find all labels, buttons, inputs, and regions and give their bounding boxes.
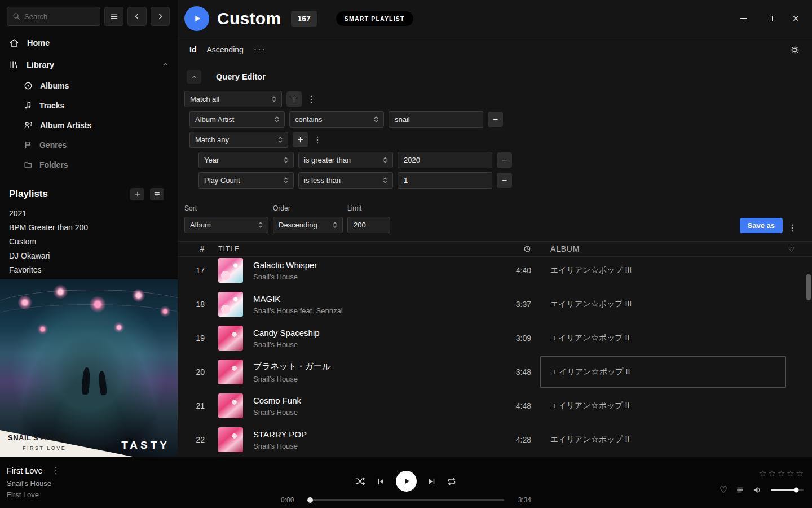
rule-value-input[interactable] xyxy=(389,111,483,128)
remove-rule-button[interactable]: − xyxy=(488,112,503,127)
menu-button[interactable] xyxy=(104,7,123,26)
column-header-album[interactable]: ALBUM xyxy=(540,244,786,253)
track-artist: Snail's House xyxy=(253,408,509,417)
maximize-button[interactable] xyxy=(766,15,774,23)
star-icon[interactable]: ☆ xyxy=(759,468,766,479)
play-pause-button[interactable] xyxy=(396,471,417,492)
nav-forward-button[interactable] xyxy=(151,7,170,26)
playlist-item[interactable]: DJ Okawari xyxy=(0,248,178,262)
track-album-cell[interactable]: エイリアン☆ポップ III xyxy=(540,265,786,275)
search-box[interactable] xyxy=(7,7,100,26)
remove-rule-button[interactable]: − xyxy=(497,173,512,188)
sidebar-item-genres[interactable]: Genres xyxy=(0,135,178,155)
playlist-list-button[interactable] xyxy=(150,188,164,200)
track-album-cell[interactable]: エイリアン☆ポップ II xyxy=(540,333,786,343)
playlist-item[interactable]: Custom xyxy=(0,234,178,248)
track-album-cell[interactable]: エイリアン☆ポップ II xyxy=(540,356,786,388)
sidebar-item-home[interactable]: Home xyxy=(0,32,178,54)
figure-silhouette xyxy=(81,367,90,395)
group-match-mode-select[interactable]: Match any xyxy=(189,132,288,148)
rule-value-input[interactable] xyxy=(398,172,492,189)
track-title: STARRY POP xyxy=(253,430,509,439)
track-duration: 4:48 xyxy=(509,401,540,410)
rule-operator-select[interactable]: contains xyxy=(289,111,384,128)
playlist-item[interactable]: 2021 xyxy=(0,206,178,220)
playlist-item[interactable]: Favorites xyxy=(0,262,178,277)
sort-direction-button[interactable]: Ascending xyxy=(206,45,243,54)
sidebar-toolbar xyxy=(0,0,178,32)
limit-label: Limit xyxy=(347,204,390,212)
search-input[interactable] xyxy=(24,12,95,21)
settings-button[interactable] xyxy=(790,45,800,55)
favorite-button[interactable]: ♡ xyxy=(720,484,727,495)
seek-bar[interactable] xyxy=(308,499,504,501)
close-button[interactable]: × xyxy=(792,15,800,23)
star-icon[interactable]: ☆ xyxy=(796,468,804,479)
collapse-query-editor-button[interactable] xyxy=(187,70,201,84)
rule-value-input[interactable] xyxy=(398,152,492,168)
track-album-cell[interactable]: エイリアン☆ポップ II xyxy=(540,435,786,445)
rule-group-menu-button[interactable]: ⋮ xyxy=(306,94,316,104)
save-menu-button[interactable]: ⋮ xyxy=(787,222,797,233)
group-menu-button[interactable]: ⋮ xyxy=(312,134,323,145)
sort-field-button[interactable]: Id xyxy=(189,45,196,54)
add-playlist-button[interactable] xyxy=(130,188,144,200)
track-number: 19 xyxy=(178,334,205,343)
sidebar-item-album-artists[interactable]: Album Artists xyxy=(0,115,178,135)
column-header-duration[interactable] xyxy=(509,245,540,253)
remove-rule-button[interactable]: − xyxy=(497,152,512,168)
next-track-button[interactable] xyxy=(427,478,436,485)
track-album-cell[interactable]: エイリアン☆ポップ III xyxy=(540,299,786,309)
play-playlist-button[interactable] xyxy=(184,6,209,31)
add-rule-button[interactable] xyxy=(286,91,302,107)
rule-field-select[interactable]: Album Artist xyxy=(189,111,285,128)
table-row[interactable]: 19 Candy Spaceship Snail's House 3:09 エイ… xyxy=(178,321,812,355)
volume-button[interactable] xyxy=(753,486,762,494)
chevron-left-icon xyxy=(133,12,141,20)
column-header-title[interactable]: TITLE xyxy=(218,245,509,253)
more-options-button[interactable]: ··· xyxy=(254,45,266,55)
query-order-select[interactable]: Descending xyxy=(273,217,343,233)
repeat-button[interactable] xyxy=(447,478,457,485)
star-icon[interactable]: ☆ xyxy=(768,468,775,479)
playlist-item[interactable]: BPM Greater than 200 xyxy=(0,220,178,234)
rule-operator-select[interactable]: is less than xyxy=(298,172,393,189)
rule-operator-select[interactable]: is greater than xyxy=(298,152,393,168)
rule-field-select[interactable]: Year xyxy=(198,152,294,168)
save-as-button[interactable]: Save as xyxy=(740,218,783,233)
table-row[interactable]: 22 STARRY POP Snail's House 4:28 エイリアン☆ポ… xyxy=(178,423,812,457)
seek-handle[interactable] xyxy=(307,497,313,503)
sidebar-item-tracks[interactable]: Tracks xyxy=(0,95,178,115)
sidebar-item-folders[interactable]: Folders xyxy=(0,155,178,174)
table-row[interactable]: 18 MAGIK Snail's House feat. Sennzai 3:3… xyxy=(178,287,812,321)
volume-slider[interactable] xyxy=(771,489,804,491)
now-playing-menu-button[interactable]: ⋮ xyxy=(52,466,60,476)
add-group-rule-button[interactable] xyxy=(293,132,308,147)
column-header-favorite[interactable]: ♡ xyxy=(786,245,812,253)
track-title-cell: Cosmo Funk Snail's House xyxy=(243,396,509,417)
star-icon[interactable]: ☆ xyxy=(787,468,794,479)
match-mode-select[interactable]: Match all xyxy=(184,91,282,107)
minimize-button[interactable] xyxy=(740,15,748,23)
limit-input[interactable] xyxy=(347,217,390,233)
table-row[interactable]: 20 プラネット・ガール Snail's House 3:48 エイリアン☆ポッ… xyxy=(178,355,812,389)
table-row[interactable]: 17 Galactic Whisper Snail's House 4:40 エ… xyxy=(178,257,812,287)
track-album-cell[interactable]: エイリアン☆ポップ II xyxy=(540,401,786,411)
now-playing-artwork: SNAIL'S HOUSE FIRST LOVE TASTY xyxy=(0,279,178,457)
collapse-library-icon[interactable] xyxy=(162,60,169,69)
table-row[interactable]: 21 Cosmo Funk Snail's House 4:48 エイリアン☆ポ… xyxy=(178,389,812,423)
sidebar-item-albums[interactable]: Albums xyxy=(0,76,178,95)
rule-field-select[interactable]: Play Count xyxy=(198,172,294,189)
nav-back-button[interactable] xyxy=(127,7,147,26)
volume-handle[interactable] xyxy=(794,487,799,492)
star-icon[interactable]: ☆ xyxy=(778,468,785,479)
sidebar-item-library[interactable]: Library xyxy=(0,54,178,76)
scrollbar-thumb[interactable] xyxy=(806,274,811,300)
previous-track-button[interactable] xyxy=(377,478,385,485)
query-sort-select[interactable]: Album xyxy=(184,217,268,233)
column-header-number[interactable]: # xyxy=(178,244,205,253)
shuffle-button[interactable] xyxy=(355,477,366,485)
music-note-icon xyxy=(24,101,32,110)
queue-button[interactable] xyxy=(736,486,744,494)
elapsed-time: 0:00 xyxy=(281,496,299,504)
